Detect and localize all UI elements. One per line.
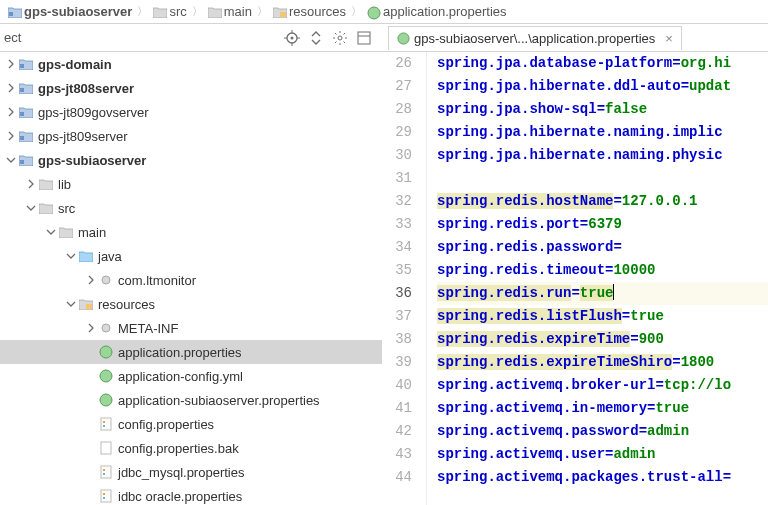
- svg-rect-29: [103, 469, 105, 471]
- expand-arrow-icon[interactable]: [44, 225, 58, 239]
- code-line[interactable]: spring.jpa.show-sql=false: [437, 98, 768, 121]
- tree-row[interactable]: config.properties: [0, 412, 382, 436]
- code-line[interactable]: spring.jpa.hibernate.ddl-auto=updat: [437, 75, 768, 98]
- expand-arrow-icon[interactable]: [64, 249, 78, 263]
- expand-arrow-icon: [84, 417, 98, 431]
- expand-arrow-icon[interactable]: [24, 201, 38, 215]
- code-line[interactable]: spring.redis.hostName=127.0.0.1: [437, 190, 768, 213]
- breadcrumb-item[interactable]: application.properties: [363, 4, 511, 19]
- tree-row[interactable]: gps-jt808server: [0, 76, 382, 100]
- breadcrumb-separator: 〉: [256, 4, 269, 19]
- code-line[interactable]: spring.activemq.user=admin: [437, 443, 768, 466]
- expand-arrow-icon[interactable]: [4, 57, 18, 71]
- code-line[interactable]: spring.activemq.broker-url=tcp://lo: [437, 374, 768, 397]
- tree-row[interactable]: main: [0, 220, 382, 244]
- tree-label: config.properties.bak: [118, 441, 239, 456]
- svg-rect-14: [20, 88, 24, 92]
- code-area[interactable]: spring.jpa.database-platform=org.hisprin…: [427, 52, 768, 505]
- expand-arrow-icon[interactable]: [84, 273, 98, 287]
- tree-row[interactable]: src: [0, 196, 382, 220]
- tree-row[interactable]: com.ltmonitor: [0, 268, 382, 292]
- code-line[interactable]: spring.redis.timeout=10000: [437, 259, 768, 282]
- tree-row[interactable]: java: [0, 244, 382, 268]
- collapse-panel-icon[interactable]: [356, 30, 372, 46]
- tree-label: gps-jt808server: [38, 81, 134, 96]
- expand-arrow-icon[interactable]: [4, 129, 18, 143]
- svg-rect-24: [101, 418, 111, 430]
- code-editor[interactable]: 26272829303132333435363738394041424344 s…: [382, 52, 768, 505]
- tree-row[interactable]: lib: [0, 172, 382, 196]
- gear-icon[interactable]: [332, 30, 348, 46]
- folder-icon: [58, 224, 74, 240]
- line-number: 31: [382, 167, 412, 190]
- svg-point-22: [100, 370, 112, 382]
- tree-row[interactable]: resources: [0, 292, 382, 316]
- prop-icon: [367, 6, 380, 17]
- module-icon: [18, 152, 34, 168]
- breadcrumb-item[interactable]: resources: [269, 4, 350, 19]
- expand-arrow-icon[interactable]: [4, 81, 18, 95]
- code-line[interactable]: spring.redis.port=6379: [437, 213, 768, 236]
- expand-arrow-icon[interactable]: [84, 321, 98, 335]
- tree-label: gps-domain: [38, 57, 112, 72]
- tree-row[interactable]: config.properties.bak: [0, 436, 382, 460]
- code-line[interactable]: [437, 167, 768, 190]
- code-line[interactable]: spring.jpa.hibernate.naming.physic: [437, 144, 768, 167]
- svg-rect-16: [20, 136, 24, 140]
- expand-arrow-icon: [84, 369, 98, 383]
- line-number: 41: [382, 397, 412, 420]
- code-line[interactable]: spring.activemq.password=admin: [437, 420, 768, 443]
- tree-row[interactable]: gps-jt809server: [0, 124, 382, 148]
- tree-row[interactable]: gps-jt809govserver: [0, 100, 382, 124]
- close-icon[interactable]: ×: [659, 31, 673, 46]
- locate-icon[interactable]: [284, 30, 300, 46]
- tree-row[interactable]: application.properties: [0, 340, 382, 364]
- tree-row[interactable]: jdbc_mysql.properties: [0, 460, 382, 484]
- svg-point-4: [291, 36, 294, 39]
- breadcrumb-label: application.properties: [383, 4, 507, 19]
- tree-label: main: [78, 225, 106, 240]
- tree-row[interactable]: gps-subiaoserver: [0, 148, 382, 172]
- code-line[interactable]: spring.redis.listFlush=true: [437, 305, 768, 328]
- tree-label: idbc oracle.properties: [118, 489, 242, 504]
- code-line[interactable]: spring.jpa.database-platform=org.hi: [437, 52, 768, 75]
- tree-label: com.ltmonitor: [118, 273, 196, 288]
- tree-row[interactable]: gps-domain: [0, 52, 382, 76]
- tree-label: application.properties: [118, 345, 242, 360]
- tree-label: src: [58, 201, 75, 216]
- tree-label: config.properties: [118, 417, 214, 432]
- expand-arrow-icon[interactable]: [4, 105, 18, 119]
- project-tree[interactable]: gps-domaingps-jt808servergps-jt809govser…: [0, 52, 382, 505]
- breadcrumb-item[interactable]: src: [149, 4, 190, 19]
- svg-point-9: [338, 36, 342, 40]
- line-number: 32: [382, 190, 412, 213]
- expand-all-icon[interactable]: [308, 30, 324, 46]
- breadcrumb-item[interactable]: gps-subiaoserver: [4, 4, 136, 19]
- expand-arrow-icon[interactable]: [4, 153, 18, 167]
- module-icon: [18, 128, 34, 144]
- folder-icon: [38, 200, 54, 216]
- code-line[interactable]: spring.redis.run=true: [437, 282, 768, 305]
- code-line[interactable]: spring.jpa.hibernate.naming.implic: [437, 121, 768, 144]
- folder-res-icon: [273, 6, 286, 17]
- code-line[interactable]: spring.redis.expireTime=900: [437, 328, 768, 351]
- code-line[interactable]: spring.redis.password=: [437, 236, 768, 259]
- code-line[interactable]: spring.activemq.packages.trust-all=: [437, 466, 768, 489]
- tree-row[interactable]: META-INF: [0, 316, 382, 340]
- module-icon: [18, 56, 34, 72]
- code-line[interactable]: spring.redis.expireTimeShiro=1800: [437, 351, 768, 374]
- tree-label: META-INF: [118, 321, 178, 336]
- toolbar: ect gps-subiaoserver\...\application.pro…: [0, 24, 768, 52]
- tree-row[interactable]: application-subiaoserver.properties: [0, 388, 382, 412]
- expand-arrow-icon[interactable]: [64, 297, 78, 311]
- svg-point-18: [102, 276, 110, 284]
- tree-row[interactable]: application-config.yml: [0, 364, 382, 388]
- properties-icon: [397, 32, 410, 45]
- tree-row[interactable]: idbc oracle.properties: [0, 484, 382, 505]
- code-line[interactable]: spring.activemq.in-memory=true: [437, 397, 768, 420]
- editor-tab[interactable]: gps-subiaoserver\...\application.propert…: [388, 26, 682, 50]
- svg-point-23: [100, 394, 112, 406]
- tab-label: gps-subiaoserver\...\application.propert…: [414, 31, 655, 46]
- breadcrumb-item[interactable]: main: [204, 4, 256, 19]
- expand-arrow-icon[interactable]: [24, 177, 38, 191]
